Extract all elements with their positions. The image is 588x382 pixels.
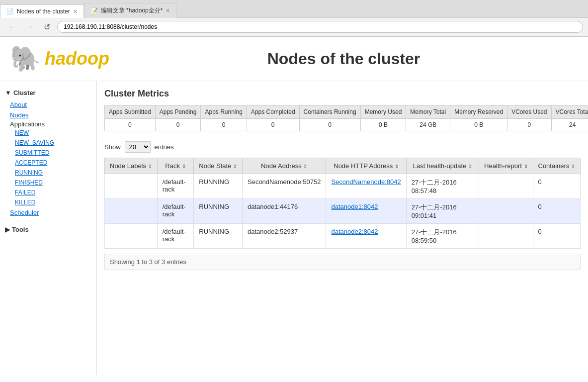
entries-label: entries [155,143,174,151]
scheduler-link[interactable]: Scheduler [0,207,96,218]
cluster-section: ▼ Cluster About Nodes Applications NEW N… [0,86,96,218]
row1-rack: /default-rack [157,174,194,199]
row3-containers: 0 [533,224,581,249]
table-row: /default-rack RUNNING SecondNamenode:507… [105,174,581,199]
app-running-link[interactable]: RUNNING [0,168,96,178]
row3-rack: /default-rack [157,224,194,249]
sort-icon-state: ⇕ [233,164,237,169]
table-footer: Showing 1 to 3 of 3 entries [104,254,581,270]
tools-label: Tools [12,226,29,233]
tools-header[interactable]: ▶ Tools [0,223,96,236]
cluster-arrow: ▼ [5,89,11,96]
row1-state: RUNNING [194,174,243,199]
address-bar: ← → ↺ [0,18,588,36]
metrics-col-apps-pending: Apps Pending [155,105,201,119]
page-title: Nodes of the cluster [109,50,578,68]
app-new-saving-link[interactable]: NEW_SAVING [0,138,96,148]
tab-label2: 编辑文章 *hadoop全分* [101,6,163,15]
cluster-label: Cluster [13,89,36,96]
sort-icon-report: ⇕ [524,164,528,169]
sort-icon-address: ⇕ [303,164,307,169]
tools-section: ▶ Tools [0,223,96,236]
col-node-labels[interactable]: Node Labels ⇕ [105,158,158,174]
metrics-col-apps-running: Apps Running [201,105,247,119]
tab-editor[interactable]: 📝 编辑文章 *hadoop全分* ✕ [84,3,177,18]
metrics-table: Apps Submitted Apps Pending Apps Running… [104,105,588,131]
col-node-address[interactable]: Node Address ⇕ [242,158,326,174]
tab-close[interactable]: ✕ [73,8,78,15]
metrics-col-vcores-total: VCores Total [551,105,588,119]
row2-rack: /default-rack [157,199,194,224]
metric-memory-reserved: 0 B [450,119,507,131]
applications-label: Applications [0,119,55,129]
metric-apps-completed: 0 [247,119,299,131]
main-content: Cluster Metrics Apps Submitted Apps Pend… [97,81,588,375]
app-submitted-link[interactable]: SUBMITTED [0,148,96,158]
metric-apps-running: 0 [201,119,247,131]
col-node-state[interactable]: Node State ⇕ [194,158,243,174]
metrics-col-apps-submitted: Apps Submitted [105,105,156,119]
sort-icon-containers: ⇕ [571,164,575,169]
sort-icon-health: ⇕ [468,164,472,169]
app-finished-link[interactable]: FINISHED [0,178,96,188]
row3-address: datanode2:52937 [242,224,326,249]
row1-health: 27-十二月-2016 08:57:48 [406,174,479,199]
row2-labels [105,199,158,224]
metric-apps-submitted: 0 [105,119,156,131]
page: 🐘 hadoop Nodes of the cluster ▼ Cluster … [0,37,588,375]
cluster-header[interactable]: ▼ Cluster [0,86,96,99]
col-last-health[interactable]: Last health-update ⇕ [406,158,479,174]
row3-http[interactable]: datanode2:8042 [326,224,406,249]
row1-http[interactable]: SecondNamenode:8042 [326,174,406,199]
show-select[interactable]: 10 20 50 100 [125,141,151,153]
tab-icon: 📄 [6,8,14,15]
page-header: 🐘 hadoop Nodes of the cluster [0,37,588,81]
table-row: /default-rack RUNNING datanode1:44176 da… [105,199,581,224]
row2-state: RUNNING [194,199,243,224]
row2-health: 27-十二月-2016 09:01:41 [406,199,479,224]
col-containers[interactable]: Containers ⇕ [533,158,581,174]
metrics-col-containers-running: Containers Running [299,105,360,119]
hadoop-logo: 🐘 hadoop [10,44,109,73]
metrics-col-memory-reserved: Memory Reserved [450,105,507,119]
metrics-col-memory-total: Memory Total [406,105,450,119]
tab-nodes[interactable]: 📄 Nodes of the cluster ✕ [0,4,84,18]
about-link[interactable]: About [0,99,96,110]
cluster-metrics-title: Cluster Metrics [104,89,581,99]
col-rack[interactable]: Rack ⇕ [157,158,194,174]
row2-containers: 0 [533,199,581,224]
row2-address: datanode1:44176 [242,199,326,224]
col-health-report[interactable]: Health-report ⇕ [479,158,533,174]
row3-health: 27-十二月-2016 08:59:50 [406,224,479,249]
refresh-button[interactable]: ↺ [41,21,53,33]
app-new-link[interactable]: NEW [0,128,96,138]
row2-http[interactable]: datanode1:8042 [326,199,406,224]
tab-close2[interactable]: ✕ [166,7,170,14]
tab-label: Nodes of the cluster [17,8,70,15]
showing-text: Showing 1 to 3 of 3 entries [110,258,186,266]
back-button[interactable]: ← [5,21,19,32]
row3-report [479,224,533,249]
row1-address: SecondNamenode:50752 [242,174,326,199]
metric-apps-pending: 0 [155,119,201,131]
tab-bar: 📄 Nodes of the cluster ✕ 📝 编辑文章 *hadoop全… [0,0,588,18]
elephant-icon: 🐘 [10,44,41,73]
forward-button[interactable]: → [23,21,37,32]
row3-labels [105,224,158,249]
url-input[interactable] [57,21,583,33]
sort-icon-labels: ⇕ [148,164,152,169]
content-area: ▼ Cluster About Nodes Applications NEW N… [0,81,588,375]
row1-report [479,174,533,199]
tools-arrow: ▶ [5,226,10,233]
app-failed-link[interactable]: FAILED [0,188,96,197]
tab-icon2: 📝 [90,7,98,14]
col-node-http[interactable]: Node HTTP Address ⇕ [326,158,406,174]
row1-containers: 0 [533,174,581,199]
app-killed-link[interactable]: KILLED [0,197,96,207]
sidebar: ▼ Cluster About Nodes Applications NEW N… [0,81,97,375]
metric-memory-total: 24 GB [406,119,450,131]
app-accepted-link[interactable]: ACCEPTED [0,158,96,168]
logo-text: hadoop [45,48,109,69]
metric-memory-used: 0 B [360,119,406,131]
browser-chrome: 📄 Nodes of the cluster ✕ 📝 编辑文章 *hadoop全… [0,0,588,37]
